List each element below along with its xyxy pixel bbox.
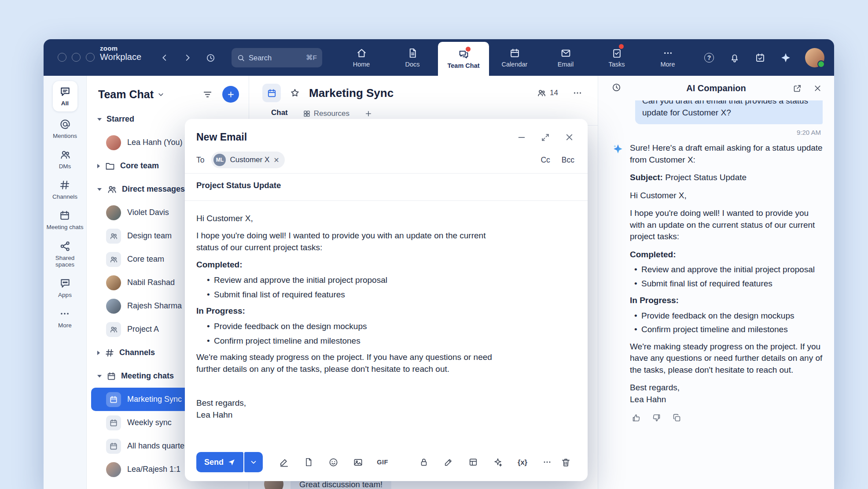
rail-item-channels[interactable]: Channels xyxy=(52,179,77,200)
nav-docs[interactable]: Docs xyxy=(387,39,438,76)
forward-button[interactable] xyxy=(182,52,193,63)
attach-file-button[interactable] xyxy=(300,453,317,471)
ai-conversation: Can you draft an email that provides a s… xyxy=(598,100,834,489)
pencil-icon xyxy=(444,457,453,467)
remove-recipient-icon[interactable]: ✕ xyxy=(273,156,279,164)
template-button[interactable] xyxy=(464,453,482,471)
chatlist-title: Team Chat xyxy=(98,88,154,101)
send-options-button[interactable] xyxy=(244,452,263,472)
group-icon xyxy=(106,229,121,244)
rail-item-dms[interactable]: DMs xyxy=(59,149,71,170)
ai-sparkle-icon xyxy=(612,143,624,155)
ai-history-button[interactable] xyxy=(611,82,623,94)
search-input[interactable]: Search ⌘F xyxy=(232,48,322,67)
docs-icon xyxy=(407,48,418,59)
email-completed-list: Review and approve the initial project p… xyxy=(196,274,504,300)
variables-button[interactable]: {x} xyxy=(514,453,531,471)
email-body-editor[interactable]: Hi Customer X, I hope you're doing well!… xyxy=(185,201,518,421)
thumbs-down-icon xyxy=(652,413,661,422)
ai-response: Sure! Here's a draft email asking for a … xyxy=(598,140,834,423)
bullet-item: Confirm project timeline and milestones xyxy=(214,335,504,347)
nav-home[interactable]: Home xyxy=(336,39,387,76)
toolbar-more-button[interactable] xyxy=(538,453,556,471)
subject-field[interactable]: Project Status Update xyxy=(185,174,588,197)
ai-sparkle-icon xyxy=(780,52,791,63)
thumbs-down-button[interactable] xyxy=(651,412,662,423)
bullet-item: Submit final list of required features xyxy=(641,278,824,290)
gif-button[interactable]: GIF xyxy=(374,453,391,471)
chat-header: Marketing Sync 14 Chat Resources xyxy=(249,76,598,126)
nav-calendar[interactable]: Calendar xyxy=(489,39,540,76)
nav-email[interactable]: Email xyxy=(540,39,591,76)
open-in-window-button[interactable] xyxy=(792,83,802,93)
search-placeholder: Search xyxy=(249,54,272,62)
to-field[interactable]: To ML Customer X ✕ Cc Bcc xyxy=(196,150,574,170)
avatar xyxy=(106,275,121,290)
close-window-button[interactable] xyxy=(58,53,66,62)
edit-button[interactable] xyxy=(440,453,457,471)
people-icon xyxy=(107,184,117,195)
expand-button[interactable] xyxy=(540,132,551,143)
member-count-button[interactable]: 14 xyxy=(537,88,558,98)
history-icon[interactable] xyxy=(205,52,216,63)
caret-down-icon xyxy=(97,188,102,191)
chat-more-button[interactable] xyxy=(570,85,585,101)
rail-item-shared-spaces[interactable]: Shared spaces xyxy=(46,241,85,268)
more-icon xyxy=(662,48,673,59)
bullet-item: Confirm project timeline and milestones xyxy=(641,324,824,336)
avatar xyxy=(106,135,121,150)
star-button[interactable] xyxy=(287,85,303,101)
caret-down-icon xyxy=(97,118,102,121)
window-controls xyxy=(58,53,95,62)
bullet-item: Submit final list of required features xyxy=(214,289,504,300)
close-button[interactable] xyxy=(564,132,574,143)
compose-toolbar: Send GIF {x} xyxy=(185,443,588,481)
bcc-button[interactable]: Bcc xyxy=(562,156,574,165)
rail-item-meeting-chats[interactable]: Meeting chats xyxy=(46,210,83,230)
rail-item-more[interactable]: More xyxy=(58,308,72,329)
send-button[interactable]: Send xyxy=(196,452,243,472)
close-ai-panel-button[interactable] xyxy=(812,83,823,93)
nav-tasks[interactable]: Tasks xyxy=(591,39,642,76)
help-button[interactable] xyxy=(703,52,715,64)
rail-item-apps[interactable]: Apps xyxy=(58,278,72,298)
rail-item-mentions[interactable]: Mentions xyxy=(53,119,77,139)
notifications-button[interactable] xyxy=(728,52,741,64)
signature-button[interactable] xyxy=(275,453,293,471)
thumbs-up-button[interactable] xyxy=(631,412,641,423)
nav-team-chat[interactable]: Team Chat xyxy=(438,42,489,76)
discard-draft-button[interactable] xyxy=(557,453,574,471)
profile-avatar[interactable] xyxy=(805,48,824,67)
new-chat-button[interactable] xyxy=(222,86,239,103)
avatar xyxy=(106,299,121,314)
chatlist-title-dropdown[interactable]: Team Chat xyxy=(98,88,165,101)
image-button[interactable] xyxy=(349,453,367,471)
minimize-button[interactable] xyxy=(516,132,527,143)
recipient-chip[interactable]: ML Customer X ✕ xyxy=(211,152,284,168)
ai-rewrite-button[interactable] xyxy=(489,453,507,471)
ai-signoff: Best regards, xyxy=(630,382,824,394)
group-icon xyxy=(106,322,121,337)
cc-button[interactable]: Cc xyxy=(541,156,550,165)
online-status-dot xyxy=(817,60,825,68)
nav-more[interactable]: More xyxy=(642,39,693,76)
meeting-calendar-icon xyxy=(59,210,70,221)
copy-button[interactable] xyxy=(671,412,682,423)
minimize-window-button[interactable] xyxy=(72,53,81,62)
lock-icon xyxy=(419,457,429,467)
rail-item-all[interactable]: All xyxy=(53,81,77,111)
file-icon xyxy=(304,457,313,467)
encrypt-button[interactable] xyxy=(415,453,433,471)
caret-right-icon xyxy=(97,164,100,168)
zoom-window-button[interactable] xyxy=(86,53,95,62)
emoji-button[interactable] xyxy=(324,453,342,471)
upcoming-meetings-button[interactable] xyxy=(754,52,766,64)
caret-down-icon xyxy=(97,375,102,378)
back-button[interactable] xyxy=(159,52,170,63)
ai-companion-button[interactable] xyxy=(780,52,792,64)
ai-intro: Sure! Here's a draft email asking for a … xyxy=(630,142,824,166)
filter-button[interactable] xyxy=(199,86,215,102)
meeting-icon xyxy=(106,439,121,454)
chevron-down-icon xyxy=(250,458,257,466)
resources-icon xyxy=(303,110,311,118)
